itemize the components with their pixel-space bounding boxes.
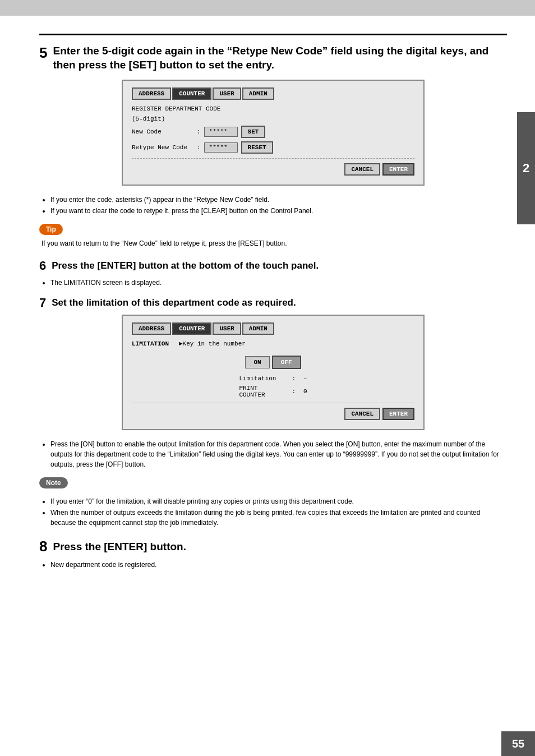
note-bullet-2: When the number of outputs exceeds the l… [50, 508, 507, 528]
lim-enter-button[interactable]: ENTER [382, 408, 414, 420]
note-bullets: If you enter “0” for the limitation, it … [50, 496, 507, 528]
step6-text: Press the [ENTER] button at the bottom o… [52, 260, 319, 271]
step5-bullet-1: If you enter the code, asterisks (*) app… [50, 195, 507, 205]
step8-bullet: New department code is registered. [50, 560, 507, 570]
step7-bullets: Press the [ON] button to enable the outp… [50, 439, 507, 469]
lim-screen-tabs: ADDRESS COUNTER USER ADMIN [132, 322, 414, 335]
screen-tabs: ADDRESS COUNTER USER ADMIN [132, 87, 414, 100]
step8-heading: 8 Press the [ENTER] button. [39, 538, 507, 555]
new-code-value: ***** [204, 127, 238, 137]
chapter-tab: 2 [517, 112, 535, 224]
step6-heading: 6 Press the [ENTER] button at the bottom… [39, 259, 507, 273]
lim-tab-counter[interactable]: COUNTER [172, 322, 211, 335]
tip-label: Tip [39, 224, 63, 235]
step5-bullet-2: If you want to clear the code to retype … [50, 206, 507, 216]
lim-tab-user[interactable]: USER [213, 322, 241, 335]
step7-bullet-1: Press the [ON] button to enable the outp… [50, 439, 507, 469]
step6-bullets: The LIMITATION screen is displayed. [50, 278, 507, 288]
step8-bullets: New department code is registered. [50, 560, 507, 570]
main-content: 5 Enter the 5-digit code again in the “R… [39, 34, 507, 570]
print-counter-value: 0 [303, 388, 307, 395]
tab-user[interactable]: USER [213, 87, 241, 100]
enter-button[interactable]: ENTER [382, 163, 414, 176]
off-button[interactable]: OFF [272, 356, 301, 369]
step5-bullets: If you enter the code, asterisks (*) app… [50, 195, 507, 216]
section-divider [39, 34, 507, 35]
limitation-dash: – [303, 375, 307, 382]
step8-number: 8 [39, 538, 47, 555]
key-hint: ►Key in the number [179, 340, 246, 347]
step7-heading: 7 Set the limitation of this department … [39, 296, 507, 310]
retype-row: Retype New Code : ***** RESET [132, 141, 414, 154]
new-code-colon: : [197, 128, 201, 135]
limitation-label: Limitation [239, 375, 284, 382]
note-bullet-1: If you enter “0” for the limitation, it … [50, 496, 507, 506]
step6-number: 6 [39, 259, 46, 273]
cancel-button[interactable]: CANCEL [344, 163, 380, 176]
step7-text: Set the limitation of this department co… [52, 297, 296, 308]
retype-value: ***** [204, 142, 238, 153]
new-code-label: New Code [132, 128, 193, 135]
print-counter-colon: : [292, 388, 296, 395]
lim-screen-divider [132, 403, 414, 403]
screen-title-line2: (5-digit) [132, 116, 414, 122]
limitation-colon: : [292, 375, 296, 382]
new-code-row: New Code : ***** SET [132, 126, 414, 138]
lim-label: LIMITATION [132, 340, 169, 347]
page-number: 55 [501, 731, 535, 756]
lim-tab-address[interactable]: ADDRESS [132, 322, 171, 335]
limitation-row: Limitation : – [132, 375, 414, 382]
step5-text: Enter the 5-digit code again in the “Ret… [53, 44, 507, 72]
step5-screen: ADDRESS COUNTER USER ADMIN REGISTER DEPA… [122, 80, 425, 186]
top-bar [0, 0, 535, 16]
step6-bullet: The LIMITATION screen is displayed. [50, 278, 507, 288]
tab-address[interactable]: ADDRESS [132, 87, 171, 100]
lim-cancel-button[interactable]: CANCEL [344, 408, 380, 420]
chapter-number: 2 [523, 161, 529, 176]
screen-divider [132, 158, 414, 159]
print-counter-row: PRINT COUNTER : 0 [132, 385, 414, 398]
lim-bottom-row: CANCEL ENTER [132, 408, 414, 420]
set-button[interactable]: SET [241, 126, 266, 138]
note-label: Note [39, 477, 68, 488]
lim-tab-admin[interactable]: ADMIN [242, 322, 274, 335]
screen-title-line1: REGISTER DEPARTMENT CODE [132, 105, 414, 112]
note-box: Note If you enter “0” for the limitation… [39, 477, 507, 528]
print-counter-label: PRINT COUNTER [239, 385, 284, 398]
retype-colon: : [197, 144, 201, 151]
step7-screen: ADDRESS COUNTER USER ADMIN LIMITATION ►K… [122, 315, 425, 430]
tab-admin[interactable]: ADMIN [242, 87, 274, 100]
tip-text: If you want to return to the “New Code” … [41, 238, 507, 248]
on-off-row: ON OFF [132, 356, 414, 369]
tip-box: Tip If you want to return to the “New Co… [39, 224, 507, 248]
tab-counter[interactable]: COUNTER [172, 87, 211, 100]
screen-bottom-row: CANCEL ENTER [132, 163, 414, 176]
on-button[interactable]: ON [245, 356, 269, 368]
step5-heading: 5 Enter the 5-digit code again in the “R… [39, 44, 507, 72]
page-container: 2 55 5 Enter the 5-digit code again in t… [0, 0, 535, 756]
step5-number: 5 [39, 45, 47, 60]
step8-text: Press the [ENTER] button. [53, 541, 186, 553]
retype-label: Retype New Code [132, 144, 193, 151]
reset-button[interactable]: RESET [241, 141, 273, 154]
lim-title-row: LIMITATION ►Key in the number [132, 340, 414, 347]
step7-number: 7 [39, 296, 46, 310]
